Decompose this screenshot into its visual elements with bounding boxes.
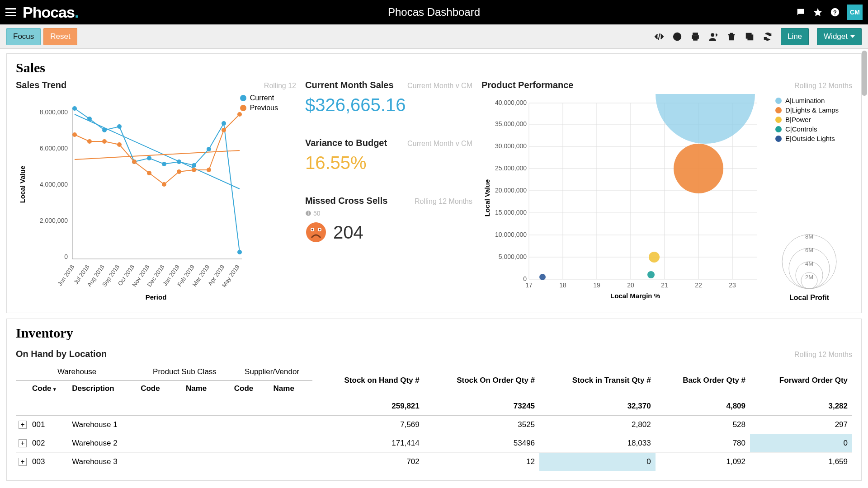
svg-text:i: i bbox=[308, 211, 309, 216]
svg-point-28 bbox=[72, 132, 77, 137]
svg-text:10,000,000: 10,000,000 bbox=[495, 231, 527, 238]
table-row[interactable]: +002Warehouse 2171,4145349618,0337800 bbox=[16, 434, 852, 453]
line-button[interactable]: Line bbox=[781, 28, 809, 45]
svg-text:15,000,000: 15,000,000 bbox=[495, 209, 527, 216]
svg-point-17 bbox=[87, 117, 92, 121]
chat-icon[interactable] bbox=[796, 7, 806, 17]
expand-row-button[interactable]: + bbox=[19, 421, 27, 429]
trash-icon[interactable] bbox=[726, 32, 736, 42]
chevron-down-icon bbox=[850, 35, 855, 38]
svg-point-37 bbox=[207, 168, 211, 172]
star-icon[interactable] bbox=[813, 7, 823, 17]
svg-text:2,000,000: 2,000,000 bbox=[40, 217, 68, 224]
user-avatar[interactable]: CM bbox=[847, 5, 863, 20]
var-value: 16.55% bbox=[305, 153, 472, 173]
miss-title: Missed Cross Sells bbox=[305, 196, 387, 206]
sales-trend-widget: Sales Trend Rolling 12 Current Previous … bbox=[16, 80, 296, 304]
svg-point-25 bbox=[207, 147, 211, 151]
svg-point-24 bbox=[192, 163, 196, 168]
focus-button[interactable]: Focus bbox=[6, 28, 41, 45]
svg-point-97 bbox=[647, 271, 655, 278]
sales-trend-legend: Current Previous bbox=[240, 94, 278, 114]
inventory-table[interactable]: Warehouse Product Sub Class Supplier/Ven… bbox=[16, 364, 852, 471]
svg-text:40,000,000: 40,000,000 bbox=[495, 99, 527, 106]
svg-point-36 bbox=[192, 168, 196, 172]
svg-point-32 bbox=[132, 160, 137, 164]
svg-point-16 bbox=[72, 106, 77, 111]
user-share-icon[interactable] bbox=[708, 32, 718, 42]
svg-point-30 bbox=[102, 139, 107, 144]
print-icon[interactable] bbox=[690, 32, 700, 42]
copy-icon[interactable] bbox=[745, 32, 755, 42]
svg-point-23 bbox=[177, 160, 181, 164]
svg-text:4M: 4M bbox=[805, 260, 813, 267]
inventory-title: On Hand by Location bbox=[16, 349, 107, 359]
table-total-row: 259,8217324532,3704,8093,282 bbox=[16, 397, 852, 416]
cms-title: Current Month Sales bbox=[305, 80, 394, 90]
sales-trend-title: Sales Trend bbox=[16, 80, 66, 90]
svg-text:22: 22 bbox=[695, 282, 702, 289]
svg-text:8M: 8M bbox=[805, 233, 813, 240]
svg-text:4,000,000: 4,000,000 bbox=[40, 181, 68, 188]
perf-title: Product Performance bbox=[481, 80, 573, 90]
svg-point-100 bbox=[789, 248, 830, 289]
svg-text:Local Margin %: Local Margin % bbox=[610, 292, 660, 300]
perf-sub: Rolling 12 Months bbox=[794, 82, 852, 90]
svg-text:23: 23 bbox=[729, 282, 736, 289]
size-legend: 8M 6M 4M 2M Local Profit bbox=[775, 228, 843, 302]
svg-point-95 bbox=[674, 144, 723, 193]
cms-sub: Current Month v CM bbox=[407, 82, 472, 90]
help-icon[interactable]: ? bbox=[830, 7, 840, 17]
table-row[interactable]: +003Warehouse 37021201,0921,659 bbox=[16, 453, 852, 471]
expand-row-button[interactable]: + bbox=[19, 458, 27, 466]
miss-value: 204 bbox=[333, 222, 363, 243]
svg-point-58 bbox=[311, 229, 313, 230]
content-area: Sales Sales Trend Rolling 12 Current Pre… bbox=[0, 49, 868, 488]
svg-text:Period: Period bbox=[146, 293, 167, 301]
inventory-panel: Inventory On Hand by Location Rolling 12… bbox=[6, 319, 862, 481]
page-title: Phocas Dashboard bbox=[388, 6, 480, 19]
sales-trend-subtitle: Rolling 12 bbox=[264, 82, 296, 90]
var-sub: Current Month v CM bbox=[407, 140, 472, 148]
svg-point-18 bbox=[102, 128, 107, 132]
product-performance-chart[interactable]: Local Value 05,000,00010,000,00015,000,0… bbox=[481, 94, 771, 302]
expand-row-button[interactable]: + bbox=[19, 439, 27, 447]
sales-section-title: Sales bbox=[16, 60, 852, 75]
kpi-column: Current Month Sales Current Month v CM $… bbox=[305, 80, 472, 304]
refresh-icon[interactable] bbox=[763, 32, 773, 42]
top-bar: Phocas. Phocas Dashboard ? CM bbox=[0, 0, 868, 24]
sales-panel: Sales Sales Trend Rolling 12 Current Pre… bbox=[6, 53, 862, 313]
svg-point-98 bbox=[539, 274, 546, 280]
scrollbar-thumb[interactable] bbox=[862, 51, 867, 96]
svg-point-55 bbox=[306, 222, 326, 242]
svg-text:Jun 2018: Jun 2018 bbox=[56, 263, 75, 287]
var-title: Variance to Budget bbox=[305, 138, 387, 148]
svg-text:17: 17 bbox=[525, 282, 533, 289]
svg-text:5,000,000: 5,000,000 bbox=[499, 253, 527, 260]
product-performance-widget: Product Performance Rolling 12 Months Lo… bbox=[481, 80, 852, 304]
svg-point-19 bbox=[117, 124, 122, 129]
sad-face-icon bbox=[305, 221, 327, 243]
svg-text:0: 0 bbox=[64, 253, 68, 260]
sales-trend-chart[interactable]: 0 2,000,000 4,000,000 6,000,000 8,000,00… bbox=[16, 94, 296, 302]
clock-icon[interactable] bbox=[672, 32, 682, 42]
svg-text:35,000,000: 35,000,000 bbox=[495, 120, 527, 127]
svg-text:Local Value: Local Value bbox=[483, 179, 491, 217]
svg-text:Local Value: Local Value bbox=[19, 166, 26, 203]
svg-point-22 bbox=[162, 162, 166, 166]
svg-point-38 bbox=[222, 128, 226, 132]
svg-text:30,000,000: 30,000,000 bbox=[495, 142, 527, 150]
widget-dropdown[interactable]: Widget bbox=[817, 28, 862, 45]
hamburger-menu-icon[interactable] bbox=[5, 8, 16, 16]
svg-point-33 bbox=[147, 171, 151, 175]
reset-button[interactable]: Reset bbox=[43, 28, 77, 45]
svg-point-27 bbox=[237, 250, 242, 254]
svg-text:6M: 6M bbox=[805, 247, 813, 253]
svg-text:25,000,000: 25,000,000 bbox=[495, 164, 527, 172]
svg-text:8,000,000: 8,000,000 bbox=[40, 108, 68, 116]
code-icon[interactable] bbox=[654, 32, 664, 42]
table-row[interactable]: +001Warehouse 17,56935252,802528297 bbox=[16, 416, 852, 434]
miss-sub: Rolling 12 Months bbox=[415, 197, 472, 206]
perf-legend: A|LuminationD|Lights & LampsB|PowerC|Con… bbox=[775, 97, 843, 144]
toolbar: Focus Reset Line Widget bbox=[0, 24, 868, 49]
